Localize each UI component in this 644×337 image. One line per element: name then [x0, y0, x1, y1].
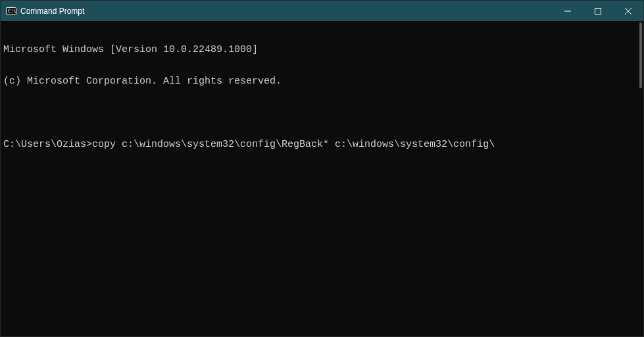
command-prompt-window: C:\ Command Prompt Microsoft Windows [Ve… — [0, 0, 644, 337]
command-prompt-icon: C:\ — [6, 6, 16, 16]
svg-rect-3 — [595, 8, 601, 14]
command-line: C:\Users\Ozias>copy c:\windows\system32\… — [3, 140, 632, 150]
client-area: Microsoft Windows [Version 10.0.22489.10… — [1, 21, 643, 336]
window-title: Command Prompt — [20, 7, 84, 16]
svg-text:C:\: C:\ — [8, 9, 16, 14]
window-controls — [553, 1, 643, 21]
terminal-output[interactable]: Microsoft Windows [Version 10.0.22489.10… — [1, 21, 634, 336]
maximize-button[interactable] — [583, 1, 613, 21]
close-button[interactable] — [613, 1, 643, 21]
version-line: Microsoft Windows [Version 10.0.22489.10… — [3, 45, 632, 55]
blank-line — [3, 108, 632, 118]
titlebar[interactable]: C:\ Command Prompt — [1, 1, 643, 21]
command-text: copy c:\windows\system32\config\RegBack*… — [92, 139, 495, 150]
prompt-text: C:\Users\Ozias> — [3, 139, 92, 150]
minimize-button[interactable] — [553, 1, 583, 21]
vertical-scrollbar[interactable] — [634, 21, 643, 336]
titlebar-left: C:\ Command Prompt — [1, 6, 553, 16]
scrollbar-thumb[interactable] — [639, 22, 642, 88]
copyright-line: (c) Microsoft Corporation. All rights re… — [3, 76, 632, 87]
